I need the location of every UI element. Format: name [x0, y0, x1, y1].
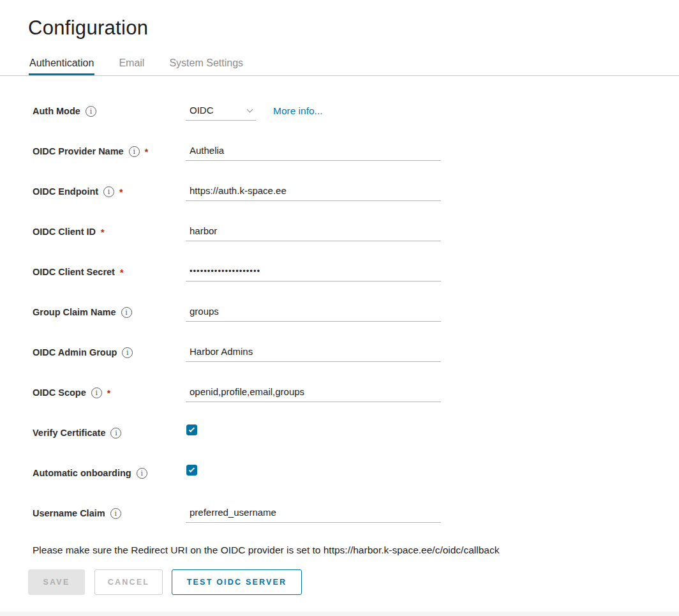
oidc-client-id-label: OIDC Client ID * [33, 222, 186, 241]
oidc-client-secret-input[interactable] [186, 262, 441, 282]
oidc-endpoint-input[interactable] [186, 182, 441, 201]
oidc-scope-row: OIDC Scope i * [33, 383, 679, 402]
info-icon[interactable]: i [110, 428, 121, 439]
tab-authentication[interactable]: Authentication [29, 56, 94, 75]
required-marker: * [145, 147, 148, 157]
auth-mode-label: Auth Mode i [33, 101, 186, 121]
oidc-scope-input[interactable] [186, 383, 441, 402]
oidc-client-secret-row: OIDC Client Secret * [33, 262, 679, 282]
oidc-endpoint-label: OIDC Endpoint i * [33, 182, 186, 201]
footer-strip [0, 612, 679, 616]
username-claim-label: Username Claim i [33, 504, 186, 523]
info-icon[interactable]: i [91, 387, 102, 398]
required-marker: * [119, 187, 123, 197]
oidc-provider-name-row: OIDC Provider Name i * [33, 142, 679, 161]
checkmark-icon [189, 426, 195, 432]
info-icon[interactable]: i [86, 106, 96, 117]
auth-mode-selected-value: OIDC [190, 105, 214, 116]
info-icon[interactable]: i [110, 508, 121, 519]
oidc-admin-group-input[interactable] [186, 343, 441, 362]
info-icon[interactable]: i [103, 186, 114, 197]
more-info-link[interactable]: More info... [273, 101, 323, 121]
chevron-down-icon [247, 106, 253, 112]
automatic-onboarding-row: Automatic onboarding i [33, 463, 679, 483]
authentication-form: Auth Mode i OIDC More info... OIDC Provi… [0, 76, 679, 523]
verify-certificate-checkbox[interactable] [186, 424, 197, 435]
oidc-client-id-input[interactable] [186, 222, 441, 241]
redirect-uri-note: Please make sure the Redirect URI on the… [0, 544, 679, 557]
automatic-onboarding-label: Automatic onboarding i [33, 463, 186, 483]
auth-mode-select[interactable]: OIDC [186, 101, 256, 121]
oidc-endpoint-row: OIDC Endpoint i * [33, 182, 679, 201]
required-marker: * [120, 267, 123, 278]
group-claim-name-label: Group Claim Name i [33, 303, 186, 322]
automatic-onboarding-checkbox[interactable] [186, 465, 197, 476]
group-claim-name-input[interactable] [186, 303, 441, 322]
cancel-button: CANCEL [94, 569, 163, 595]
checkmark-icon [189, 466, 195, 472]
required-marker: * [101, 227, 104, 237]
save-button: SAVE [28, 569, 85, 595]
action-buttons: SAVE CANCEL TEST OIDC SERVER [0, 569, 679, 595]
oidc-provider-name-input[interactable] [186, 142, 441, 161]
oidc-admin-group-label: OIDC Admin Group i [33, 343, 186, 362]
verify-certificate-row: Verify Certificate i [33, 423, 679, 442]
username-claim-row: Username Claim i [33, 504, 679, 523]
username-claim-input[interactable] [186, 504, 441, 523]
verify-certificate-label: Verify Certificate i [33, 423, 186, 442]
auth-mode-row: Auth Mode i OIDC More info... [33, 101, 679, 121]
oidc-scope-label: OIDC Scope i * [33, 383, 186, 402]
info-icon[interactable]: i [137, 468, 147, 479]
tab-bar: Authentication Email System Settings [0, 56, 679, 76]
tab-system-settings[interactable]: System Settings [168, 56, 244, 75]
test-oidc-server-button[interactable]: TEST OIDC SERVER [172, 569, 302, 595]
page-title: Configuration [0, 0, 679, 40]
required-marker: * [107, 388, 110, 398]
info-icon[interactable]: i [129, 146, 140, 157]
info-icon[interactable]: i [122, 347, 133, 358]
oidc-client-secret-label: OIDC Client Secret * [33, 262, 186, 282]
oidc-provider-name-label: OIDC Provider Name i * [33, 142, 186, 161]
tab-email[interactable]: Email [118, 56, 145, 75]
oidc-admin-group-row: OIDC Admin Group i [33, 343, 679, 362]
oidc-client-id-row: OIDC Client ID * [33, 222, 679, 241]
info-icon[interactable]: i [121, 307, 132, 318]
group-claim-name-row: Group Claim Name i [33, 303, 679, 322]
